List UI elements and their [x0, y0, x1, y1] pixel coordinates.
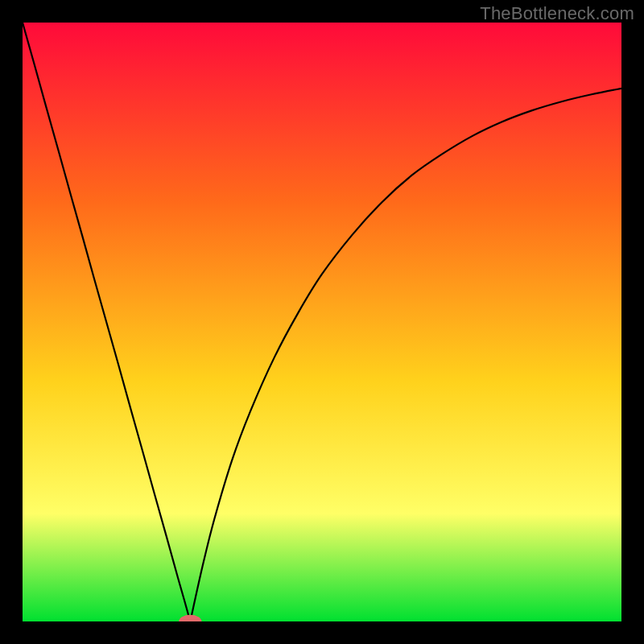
gradient-background	[23, 23, 621, 621]
chart-frame	[23, 23, 621, 621]
bottleneck-chart	[23, 23, 621, 621]
watermark-text: TheBottleneck.com	[480, 3, 634, 24]
